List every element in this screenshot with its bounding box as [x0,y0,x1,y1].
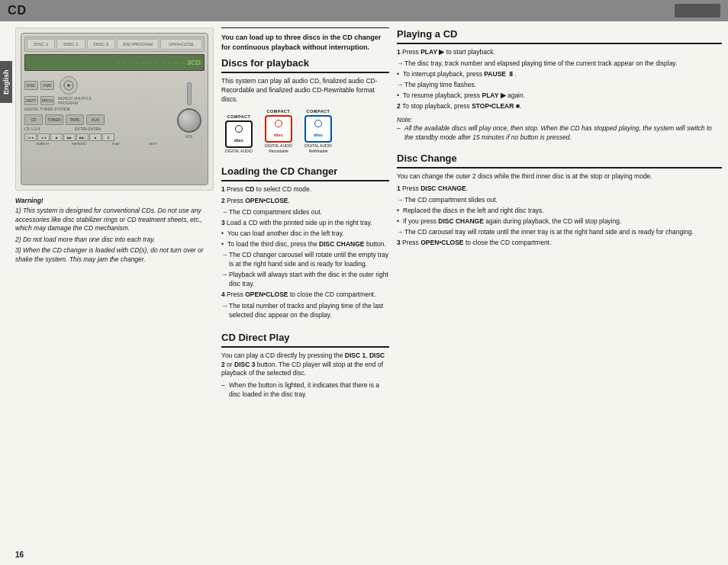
playing-section-header: Playing a CD [397,27,722,44]
playing-section: Playing a CD 1 Press PLAY ▶ to start pla… [397,27,722,144]
play-bold-2: PLAY ▶ [482,91,505,99]
loading-step-3: 3 Load a CD with the printed side up in … [221,219,389,228]
open-close-bold-2: OPEN•CLOSE [245,291,288,298]
main-content: DISC 1 DISC 2 DISC 3 DISC•PROGRAM OPEN•C… [0,21,728,565]
playback-row: |◄◄ ◄◄ ▶ ▶▶ ▶▶| ■ ⏸ [24,133,171,141]
playing-arrow-1: The disc tray, track number and elapsed … [397,59,722,69]
play-bold: PLAY ▶ [420,48,444,56]
pb-btn-5: ▶▶| [76,133,89,141]
vol-label: VOL [185,134,193,139]
disc-slot-1: DISC 1 [27,39,55,50]
pb-btn-7: ⏸ [102,133,114,141]
language-tab: English [0,61,12,103]
disc-text-2: disc [274,133,283,138]
cd-logo-standard: COMPACT disc DIGITAL AUDIO [221,114,256,154]
disc-change-arrow-1: The CD compartment slides out. [397,196,722,205]
discs-section: Discs for playback This system can play … [221,56,389,154]
cd-logo-top-2: COMPACT [267,109,291,115]
stop-bold: STOP•CLEAR ■ [472,102,520,110]
channel-row: CD 1-2-3 EXTRA EXTRA [24,127,171,131]
cd-logo-top-3: COMPACT [307,109,330,115]
disc-text-1: disc [234,138,243,143]
three-cd-badge: 3CD [187,59,201,66]
discs-body: This system can play all audio CD, final… [221,77,389,104]
loading-arrow-1: The CD compartment slides out. [221,208,389,217]
disc-slot-3: DISC 3 [87,39,115,50]
skip-label: SKIP/DISC [61,142,97,146]
loading-step-2: 2 Press OPEN•CLOSE. [221,197,389,206]
cd-logo-disc-3: disc [304,115,332,143]
dc-num-1: 1 [397,185,401,192]
cd-logo-bottom-2: DIGITAL AUDIORecordable [265,143,292,154]
disc-change-bold-3: DISC CHANGE [438,217,484,225]
tape-btn: TAPE [66,114,84,125]
next-label: NEXT [135,142,171,146]
volume-knob [177,108,201,133]
disc-change-bold: DISC CHANGE [319,240,365,248]
load-info: You can load up to three discs in the CD… [221,27,389,52]
disc-center-2 [275,120,282,127]
disc-center-1 [235,125,243,133]
disc-change-step-1: 1 Press DISC CHANGE. [397,185,722,194]
disc-change-step-3: 3 Press OPEN•CLOSE to close the CD compa… [397,239,722,248]
disc-change-bullet-1: Replaced the discs in the left and right… [397,207,722,216]
fwd-btn: FWD [40,81,54,90]
pause-bold: PAUSE ⏸ [484,70,514,78]
disc-change-bold-2: DISC CHANGE [420,185,466,192]
search-label: SEARCH [24,142,60,146]
note-text: All the available discs will play once, … [404,124,712,141]
cd-direct-play-section: CD Direct Play You can play a CD directl… [221,331,389,402]
cd-btn: CD [24,114,43,125]
display-panel: — — — — — — — — — — — 3CD [24,54,205,71]
step-num-3: 3 [221,219,225,226]
display-scrolling: — — — — — — — — — — — [116,59,184,66]
playing-step-1: 1 Press PLAY ▶ to start playback. [397,48,722,57]
loading-step-1: 1 Press CD to select CD mode. [221,185,389,194]
discs-section-header: Discs for playback [221,56,389,73]
loading-section-header: Loading the CD Changer [221,165,389,181]
device-illustration: DISC 1 DISC 2 DISC 3 DISC•PROGRAM OPEN•C… [15,27,214,191]
pb-btn-6: ■ [89,133,101,141]
pb-btn-3: ▶ [50,133,63,141]
disc-change-section: Disc Change You can change the outer 2 d… [397,152,722,249]
disc-change-header: Disc Change [397,152,722,169]
cd-logo-disc-1: disc [225,120,253,148]
note-dash: All the available discs will play once, … [397,124,722,143]
left-section: DISC 1 DISC 2 DISC 3 DISC•PROGRAM OPEN•C… [15,27,214,559]
step-num-2: 2 [221,197,225,204]
cd-logo-recordable: COMPACT disc DIGITAL AUDIORecordable [261,109,296,154]
tuner-btn: TUNER [45,114,63,125]
loading-bullet-2: To load the third disc, press the DISC C… [221,240,389,249]
shuttle-icon [60,76,78,95]
open-close-bold-3: OPEN•CLOSE [420,239,463,246]
disc-center-3 [314,120,322,127]
left-controls: DISC FWD REPT PROG REPEAT SHUFFLEPROGRAM… [24,75,171,146]
mode-row: CD TUNER TAPE AUX [24,114,171,125]
page-title: CD [8,4,27,18]
playing-num-1: 1 [397,48,401,56]
disc-change-intro: You can change the outer 2 discs while t… [397,172,722,181]
cd-bold: CD [245,185,254,193]
disc-change-bullet-2: If you press DISC CHANGE again during pl… [397,217,722,226]
cd-logo-disc-2: disc [265,115,292,143]
header-decoration [675,4,720,18]
warning-section: Warning! 1) This system is designed for … [15,197,214,266]
pb-btn-4: ▶▶ [63,133,76,141]
headphone-jack [187,82,192,105]
disc-slot-program: DISC•PROGRAM [117,39,159,50]
disc-slots-row: DISC 1 DISC 2 DISC 3 DISC•PROGRAM OPEN•C… [24,37,205,52]
warning-item-1: 1) This system is designed for conventio… [15,207,214,233]
extra-label: EXTRA EXTRA [75,127,171,131]
playing-bullet-2: To resume playback, press PLAY ▶ again. [397,91,722,101]
warning-item-3: 3) When the CD changer is loaded with CD… [15,246,214,264]
pb-btn-1: |◄◄ [24,133,37,141]
cd-direct-play-header: CD Direct Play [221,331,389,348]
pb-btn-2: ◄◄ [37,133,50,141]
device-label: REPEAT SHUFFLEPROGRAM [58,96,92,105]
header-bar: CD [0,0,728,21]
note-title: Note: [397,116,722,125]
cd-logo-top-1: COMPACT [227,114,251,120]
loading-arrow-4: The total number of tracks and playing t… [221,302,389,320]
digital-label: DIGITAL TUNER SYSTEM [24,107,171,111]
right-section: Playing a CD 1 Press PLAY ▶ to start pla… [397,27,722,559]
